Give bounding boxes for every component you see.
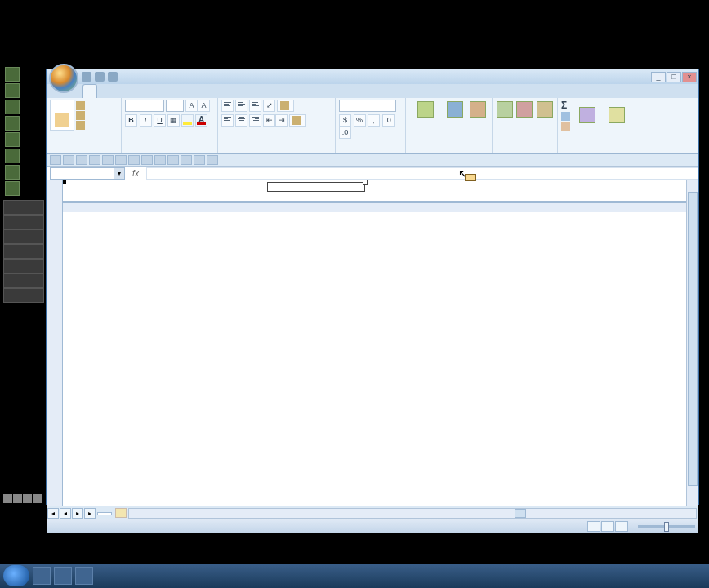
clear-button[interactable] [561,122,572,131]
scrollbar-thumb[interactable] [515,509,526,518]
task-tab[interactable] [3,259,44,274]
minimize-button[interactable]: _ [651,72,666,82]
task-tab[interactable] [3,215,44,229]
task-tab[interactable] [3,200,44,215]
page-break-view-button[interactable] [615,521,628,532]
taskbar-item[interactable] [75,567,93,585]
conditional-formatting-button[interactable] [409,100,441,121]
horizontal-scrollbar[interactable] [128,508,697,519]
toolbar-icon[interactable] [207,155,218,165]
task-tab[interactable] [3,229,44,244]
toolbar-icon[interactable] [128,155,140,165]
tab-nav-first[interactable]: ◂ [47,508,59,519]
increase-decimal-button[interactable]: .0 [382,114,395,127]
align-left-button[interactable] [221,114,234,127]
currency-button[interactable]: $ [339,114,351,127]
border-button[interactable]: ▦ [167,114,180,127]
copy-button[interactable] [76,111,87,120]
font-name-select[interactable] [125,100,164,112]
increase-indent-button[interactable]: ⇥ [275,114,288,127]
fx-button[interactable]: fx [125,169,146,178]
align-top-button[interactable] [221,100,234,112]
wrap-text-button[interactable] [277,100,294,112]
align-center-button[interactable] [235,114,247,127]
qat-undo-icon[interactable] [95,72,105,82]
task-tab[interactable] [3,244,44,259]
desktop-icon[interactable] [5,149,20,163]
autosum-button[interactable]: Σ [561,100,572,111]
toolbar-icon[interactable] [76,155,87,165]
orientation-button[interactable]: ⤢ [263,100,275,112]
font-size-select[interactable] [166,100,184,112]
underline-button[interactable]: U [154,114,166,127]
page-layout-view-button[interactable] [601,521,614,532]
tab-nav-prev[interactable]: ◂ [60,508,71,519]
tab-formulas[interactable] [123,84,136,98]
align-middle-button[interactable] [235,100,247,112]
number-format-select[interactable] [339,100,396,112]
tab-data[interactable] [136,84,149,98]
column-headers[interactable] [63,202,698,212]
formula-input[interactable] [146,167,698,180]
start-button[interactable] [3,565,29,586]
row-headers[interactable] [47,180,63,506]
normal-view-button[interactable] [587,521,600,532]
tab-home[interactable] [82,84,97,98]
tab-view[interactable] [163,84,176,98]
slider-thumb[interactable] [664,522,669,532]
toolbar-icon[interactable] [50,155,61,165]
font-color-button[interactable]: A [195,114,207,127]
desktop-icon[interactable] [5,165,20,180]
vertical-scrollbar[interactable] [686,180,698,506]
desktop-icon[interactable] [5,67,20,82]
resize-handle[interactable] [363,180,368,185]
fill-color-button[interactable] [181,114,194,127]
tab-review[interactable] [149,84,163,98]
toolbar-icon[interactable] [167,155,179,165]
toolbar-icon[interactable] [194,155,205,165]
tab-insert[interactable] [97,84,110,98]
zoom-slider[interactable] [638,525,695,528]
taskbar-item[interactable] [33,567,51,585]
toolbar-icon[interactable] [141,155,153,165]
chevron-down-icon[interactable]: ▾ [114,168,124,179]
new-sheet-button[interactable] [115,508,127,518]
taskbar-item[interactable] [54,567,72,585]
format-cells-button[interactable] [536,100,554,121]
desktop-icon[interactable] [5,132,20,147]
cell-styles-button[interactable] [468,100,488,121]
task-tab[interactable] [3,288,44,303]
align-bottom-button[interactable] [249,100,261,112]
desktop-icon[interactable] [5,100,20,114]
merge-center-button[interactable] [289,114,306,127]
decrease-indent-button[interactable]: ⇤ [263,114,275,127]
desktop-icon[interactable] [5,116,20,131]
paste-button[interactable] [50,100,74,131]
italic-button[interactable]: I [140,114,152,127]
text-box-shape[interactable] [267,182,365,192]
align-right-button[interactable] [249,114,261,127]
comma-button[interactable]: , [368,114,380,127]
find-select-button[interactable] [603,105,631,127]
toolbar-icon[interactable] [89,155,100,165]
shrink-font-button[interactable]: A [198,100,210,112]
maximize-button[interactable]: □ [667,72,681,82]
desktop-icon[interactable] [5,83,20,98]
titlebar[interactable]: _ □ × [47,69,698,84]
cut-button[interactable] [76,101,87,110]
task-tab[interactable] [3,274,44,288]
fill-button[interactable] [561,112,572,121]
percent-button[interactable]: % [354,114,366,127]
toolbar-icon[interactable] [115,155,127,165]
toolbar-icon[interactable] [102,155,114,165]
office-button[interactable] [49,64,78,93]
sheet-tab[interactable] [97,512,112,514]
bold-button[interactable]: B [125,114,137,127]
insert-cells-button[interactable] [496,100,514,121]
qat-save-icon[interactable] [82,72,91,82]
scrollbar-thumb[interactable] [688,192,698,486]
toolbar-icon[interactable] [154,155,166,165]
tab-nav-next[interactable]: ▸ [72,508,83,519]
tab-page-layout[interactable] [110,84,123,98]
tab-nav-last[interactable]: ▸ [84,508,96,519]
